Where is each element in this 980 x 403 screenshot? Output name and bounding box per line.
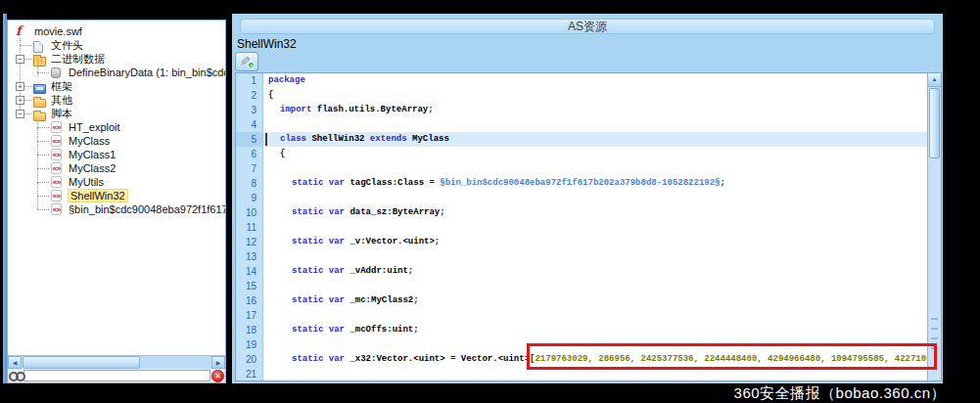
text-caret [265,133,267,146]
tree-item-label: DefineBinaryData (1: bin_bin$cdc90048 [69,67,225,78]
as-resource-panel: AS资源 ShellWin32 123456789101112131415161… [232,14,943,383]
tree-item[interactable]: HT_exploit [8,120,225,134]
tree-connector [37,127,49,128]
binoculars-find-icon [8,371,23,381]
code-token: static [292,295,323,305]
tree-item[interactable]: MyClass1 [8,148,225,161]
code-token: var [329,178,345,188]
scroll-right-icon[interactable]: ▶ [211,356,225,369]
line-number: 13 [236,249,262,264]
line-number: 17 [236,308,262,323]
code-token: import [280,105,311,114]
tree-item-label: §bin_bin$cdc90048eba972f1f617b202 [69,203,225,215]
line-number-gutter: 123456789101112131415161718192021 [236,73,263,381]
code-token: package [268,75,305,85]
code-editor[interactable]: 123456789101112131415161718192021 packag… [235,72,942,381]
collapse-icon[interactable] [16,110,24,118]
code-token: { [280,149,285,158]
tree-item[interactable]: MyClass [8,134,225,148]
tab-shellwin32[interactable]: ShellWin32 [237,37,297,51]
tree-item[interactable]: movie.swf [8,24,225,38]
code-token: { [268,90,273,100]
code-token: var [329,295,345,305]
code-line: static var _mcOffs:uint; [264,323,927,337]
line-number: 11 [236,220,262,235]
code-token: _mc:MyClass2 [350,295,413,305]
code-token: var [329,266,345,276]
tree-item-label: ShellWin32 [69,190,127,202]
tree-connector [37,182,49,183]
find-bar [8,369,225,382]
code-token: data_sz:ByteArray [350,207,440,217]
code-token: static [292,178,323,188]
collapse-icon[interactable] [16,55,24,64]
panel-title: AS资源 [240,19,935,34]
script-icon [51,190,62,202]
tree-item[interactable]: 二进制数据 [8,52,225,66]
code-line [264,249,927,264]
edit-script-button[interactable] [235,52,258,71]
code-line [264,220,927,235]
flash-icon [16,25,27,38]
code-area[interactable]: package{import flash.utils.ByteArray;cla… [264,73,927,381]
tree-item-label: MyUtils [69,176,104,188]
binary-data-icon [51,67,61,78]
tree-item[interactable]: MyUtils [8,175,225,189]
watermark-text: 360安全播报（bobao.360.cn） [734,384,946,403]
code-token: ; [440,207,444,217]
tree-item-label: 二进制数据 [51,53,105,65]
tree-horizontal-scrollbar[interactable]: ◀ ▶ [8,355,225,369]
code-line [264,279,927,293]
find-input[interactable] [23,370,210,381]
line-number: 8 [236,176,262,191]
tree-connector [37,196,49,197]
editor-vertical-scrollbar[interactable]: ▲ [927,73,941,381]
code-token: = [424,178,440,188]
script-icon [51,162,62,174]
scroll-up-icon[interactable]: ▲ [928,73,941,87]
footer-bar: 360安全播报（bobao.360.cn） [0,383,980,403]
tree-item[interactable]: MyClass2 [8,161,225,175]
tree-item[interactable]: §bin_bin$cdc90048eba972f1f617b202 [8,202,225,216]
code-token: var [329,207,345,217]
tree-connector [37,141,49,142]
scrollbar-thumb[interactable] [929,88,940,158]
code-line: { [264,88,927,103]
code-line: static var _vAddr:uint; [264,264,927,279]
line-number: 12 [236,235,262,249]
code-line [264,308,927,323]
code-token: ; [413,325,418,335]
code-line [264,191,927,205]
scroll-left-icon[interactable]: ◀ [8,356,22,369]
line-number: 5 [236,132,262,147]
script-icon [51,135,62,147]
tree-item[interactable]: 脚本 [8,107,225,120]
code-token: static [292,325,323,335]
tree-item[interactable]: 文件头 [8,38,225,52]
code-token: var [329,237,345,246]
tree-item[interactable]: DefineBinaryData (1: bin_bin$cdc90048 [8,66,225,79]
line-number: 19 [236,337,262,352]
tree-item[interactable]: ShellWin32 [8,189,225,202]
code-token: ; [721,178,725,188]
scrollbar-thumb[interactable] [23,356,140,369]
code-line: static var data_sz:ByteArray; [264,205,927,220]
script-icon [51,149,62,160]
tree-item[interactable]: 框架 [8,79,225,93]
line-number: 9 [236,191,262,205]
tree-item-label: movie.swf [34,25,82,37]
line-number: 4 [236,117,262,132]
line-number: 6 [236,147,262,161]
tree-connector [37,209,49,210]
code-token: static [292,207,323,217]
line-number: 7 [236,161,262,176]
line-number: 18 [236,323,262,337]
shellcode-highlight-box [527,343,937,370]
tree-connector [20,45,31,46]
code-token: tagClass:Class [350,178,424,188]
expand-icon[interactable] [16,96,24,105]
tree-item-label: 文件头 [51,39,83,51]
close-find-icon[interactable] [211,370,224,382]
tree-item[interactable]: 其他 [8,93,225,107]
expand-icon[interactable] [16,82,24,91]
